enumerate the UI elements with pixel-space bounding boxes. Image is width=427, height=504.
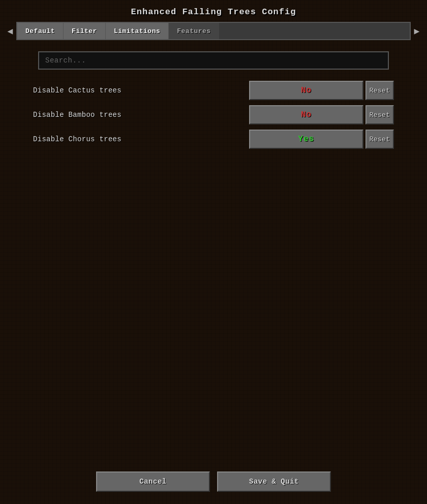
reset-chorus-button[interactable]: Reset xyxy=(365,130,394,149)
save-quit-button[interactable]: Save & Quit xyxy=(217,471,331,492)
setting-label-bamboo: Disable Bamboo trees xyxy=(33,111,249,119)
tab-left-arrow[interactable]: ◀ xyxy=(4,23,16,39)
table-row: Disable Cactus trees No Reset xyxy=(33,80,394,101)
toggle-bamboo-button[interactable]: No xyxy=(249,105,363,124)
tab-right-arrow[interactable]: ▶ xyxy=(411,23,423,39)
search-container xyxy=(38,51,389,70)
reset-cactus-button[interactable]: Reset xyxy=(365,81,394,100)
setting-controls-cactus: No Reset xyxy=(249,81,394,100)
settings-list: Disable Cactus trees No Reset Disable Ba… xyxy=(33,80,394,150)
title-bar: Enhanced Falling Trees Config xyxy=(0,0,427,22)
setting-controls-bamboo: No Reset xyxy=(249,105,394,124)
toggle-cactus-button[interactable]: No xyxy=(249,81,363,100)
setting-label-cactus: Disable Cactus trees xyxy=(33,86,249,94)
setting-label-chorus: Disable Chorus trees xyxy=(33,135,249,143)
content-area: Disable Cactus trees No Reset Disable Ba… xyxy=(0,46,427,504)
tab-filter[interactable]: Filter xyxy=(64,23,106,39)
table-row: Disable Chorus trees Yes Reset xyxy=(33,129,394,150)
tab-limitations[interactable]: Limitations xyxy=(106,23,169,39)
toggle-chorus-button[interactable]: Yes xyxy=(249,130,363,149)
table-row: Disable Bamboo trees No Reset xyxy=(33,104,394,125)
reset-bamboo-button[interactable]: Reset xyxy=(365,105,394,124)
tabs-container: Default Filter Limitations Features xyxy=(16,22,411,40)
tab-default[interactable]: Default xyxy=(17,23,64,39)
page-title: Enhanced Falling Trees Config xyxy=(131,7,296,17)
setting-controls-chorus: Yes Reset xyxy=(249,130,394,149)
search-input[interactable] xyxy=(38,51,389,70)
tab-bar: ◀ Default Filter Limitations Features ▶ xyxy=(0,22,427,40)
tab-features[interactable]: Features xyxy=(169,23,219,39)
cancel-button[interactable]: Cancel xyxy=(96,471,210,492)
bottom-bar: Cancel Save & Quit xyxy=(96,471,331,492)
